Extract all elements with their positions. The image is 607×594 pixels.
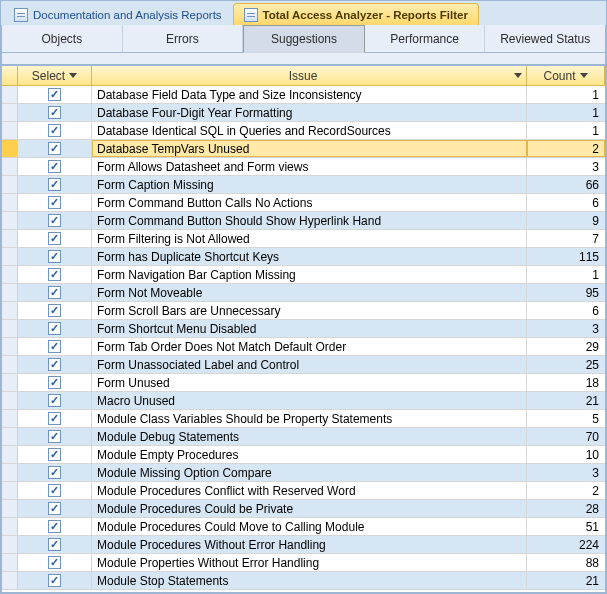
cell-issue[interactable]: Form Caption Missing — [92, 176, 527, 193]
table-row[interactable]: ✓Module Class Variables Should be Proper… — [2, 410, 605, 428]
cell-issue[interactable]: Form Filtering is Not Allowed — [92, 230, 527, 247]
cell-issue[interactable]: Form Unused — [92, 374, 527, 391]
table-row[interactable]: ✓Form Unassociated Label and Control25 — [2, 356, 605, 374]
record-selector[interactable] — [2, 374, 18, 391]
tab-performance[interactable]: Performance — [365, 25, 486, 52]
checkbox[interactable]: ✓ — [48, 232, 61, 245]
checkbox[interactable]: ✓ — [48, 268, 61, 281]
cell-issue[interactable]: Module Procedures Without Error Handling — [92, 536, 527, 553]
cell-issue[interactable]: Database Identical SQL in Queries and Re… — [92, 122, 527, 139]
checkbox[interactable]: ✓ — [48, 376, 61, 389]
table-row[interactable]: ✓Database Identical SQL in Queries and R… — [2, 122, 605, 140]
cell-issue[interactable]: Database Field Data Type and Size Incons… — [92, 86, 527, 103]
cell-issue[interactable]: Form Unassociated Label and Control — [92, 356, 527, 373]
table-row[interactable]: ✓Form Scroll Bars are Unnecessary6 — [2, 302, 605, 320]
table-row[interactable]: ✓Form Command Button Should Show Hyperli… — [2, 212, 605, 230]
cell-issue[interactable]: Module Empty Procedures — [92, 446, 527, 463]
table-row[interactable]: ✓Module Empty Procedures10 — [2, 446, 605, 464]
record-selector[interactable] — [2, 176, 18, 193]
table-row[interactable]: ✓Module Debug Statements70 — [2, 428, 605, 446]
cell-issue[interactable]: Module Missing Option Compare — [92, 464, 527, 481]
checkbox[interactable]: ✓ — [48, 142, 61, 155]
cell-issue[interactable]: Module Procedures Conflict with Reserved… — [92, 482, 527, 499]
record-selector[interactable] — [2, 428, 18, 445]
table-row[interactable]: ✓Form Allows Datasheet and Form views3 — [2, 158, 605, 176]
cell-issue[interactable]: Module Stop Statements — [92, 572, 527, 589]
cell-issue[interactable]: Form Tab Order Does Not Match Default Or… — [92, 338, 527, 355]
record-selector[interactable] — [2, 392, 18, 409]
table-row[interactable]: ✓Module Procedures Could Move to Calling… — [2, 518, 605, 536]
checkbox[interactable]: ✓ — [48, 520, 61, 533]
checkbox[interactable]: ✓ — [48, 430, 61, 443]
cell-issue[interactable]: Form Allows Datasheet and Form views — [92, 158, 527, 175]
record-selector[interactable] — [2, 86, 18, 103]
record-selector[interactable] — [2, 482, 18, 499]
checkbox[interactable]: ✓ — [48, 250, 61, 263]
table-row[interactable]: ✓Form Unused18 — [2, 374, 605, 392]
table-row[interactable]: ✓Form Shortcut Menu Disabled3 — [2, 320, 605, 338]
record-selector[interactable] — [2, 536, 18, 553]
record-selector[interactable] — [2, 212, 18, 229]
record-selector[interactable] — [2, 554, 18, 571]
cell-issue[interactable]: Form Command Button Calls No Actions — [92, 194, 527, 211]
cell-issue[interactable]: Module Properties Without Error Handling — [92, 554, 527, 571]
table-row[interactable]: ✓Module Properties Without Error Handlin… — [2, 554, 605, 572]
record-selector[interactable] — [2, 266, 18, 283]
cell-issue[interactable]: Form Command Button Should Show Hyperlin… — [92, 212, 527, 229]
record-selector[interactable] — [2, 500, 18, 517]
record-selector[interactable] — [2, 320, 18, 337]
cell-issue[interactable]: Module Class Variables Should be Propert… — [92, 410, 527, 427]
record-selector[interactable] — [2, 356, 18, 373]
record-selector[interactable] — [2, 410, 18, 427]
cell-issue[interactable]: Form Scroll Bars are Unnecessary — [92, 302, 527, 319]
table-row[interactable]: ✓Form Filtering is Not Allowed7 — [2, 230, 605, 248]
checkbox[interactable]: ✓ — [48, 574, 61, 587]
checkbox[interactable]: ✓ — [48, 484, 61, 497]
tab-objects[interactable]: Objects — [2, 25, 123, 52]
record-selector[interactable] — [2, 122, 18, 139]
table-row[interactable]: ✓Form Command Button Calls No Actions6 — [2, 194, 605, 212]
record-selector[interactable] — [2, 248, 18, 265]
cell-issue[interactable]: Macro Unused — [92, 392, 527, 409]
tab-suggestions[interactable]: Suggestions — [243, 25, 365, 53]
record-selector[interactable] — [2, 518, 18, 535]
record-selector[interactable] — [2, 464, 18, 481]
checkbox[interactable]: ✓ — [48, 448, 61, 461]
cell-issue[interactable]: Database Four-Digit Year Formatting — [92, 104, 527, 121]
cell-issue[interactable]: Form Shortcut Menu Disabled — [92, 320, 527, 337]
checkbox[interactable]: ✓ — [48, 340, 61, 353]
tab-errors[interactable]: Errors — [123, 25, 244, 52]
record-selector[interactable] — [2, 230, 18, 247]
checkbox[interactable]: ✓ — [48, 394, 61, 407]
cell-issue[interactable]: Form Not Moveable — [92, 284, 527, 301]
checkbox[interactable]: ✓ — [48, 124, 61, 137]
table-row[interactable]: ✓Module Procedures Without Error Handlin… — [2, 536, 605, 554]
tab-reviewed-status[interactable]: Reviewed Status — [485, 25, 605, 52]
table-row[interactable]: ✓Form Not Moveable95 — [2, 284, 605, 302]
checkbox[interactable]: ✓ — [48, 304, 61, 317]
record-selector[interactable] — [2, 572, 18, 589]
table-row[interactable]: ✓Module Procedures Conflict with Reserve… — [2, 482, 605, 500]
checkbox[interactable]: ✓ — [48, 466, 61, 479]
table-row[interactable]: ✓Macro Unused21 — [2, 392, 605, 410]
cell-issue[interactable]: Form Navigation Bar Caption Missing — [92, 266, 527, 283]
checkbox[interactable]: ✓ — [48, 160, 61, 173]
table-row[interactable]: ✓Module Procedures Could be Private28 — [2, 500, 605, 518]
grid-header-issue[interactable]: Issue — [92, 66, 527, 85]
grid-header-select[interactable]: Select — [18, 66, 92, 85]
cell-issue[interactable]: Module Procedures Could be Private — [92, 500, 527, 517]
cell-issue[interactable]: Module Procedures Could Move to Calling … — [92, 518, 527, 535]
checkbox[interactable]: ✓ — [48, 196, 61, 209]
grid-header-record-selector[interactable] — [2, 66, 18, 85]
table-row[interactable]: ✓Form has Duplicate Shortcut Keys115 — [2, 248, 605, 266]
table-row[interactable]: ✓Form Navigation Bar Caption Missing1 — [2, 266, 605, 284]
checkbox[interactable]: ✓ — [48, 358, 61, 371]
cell-issue[interactable]: Form has Duplicate Shortcut Keys — [92, 248, 527, 265]
checkbox[interactable]: ✓ — [48, 556, 61, 569]
grid-header-count[interactable]: Count — [527, 66, 605, 85]
checkbox[interactable]: ✓ — [48, 106, 61, 119]
record-selector[interactable] — [2, 140, 18, 157]
checkbox[interactable]: ✓ — [48, 412, 61, 425]
checkbox[interactable]: ✓ — [48, 286, 61, 299]
document-tab-reports[interactable]: Documentation and Analysis Reports — [3, 3, 233, 25]
